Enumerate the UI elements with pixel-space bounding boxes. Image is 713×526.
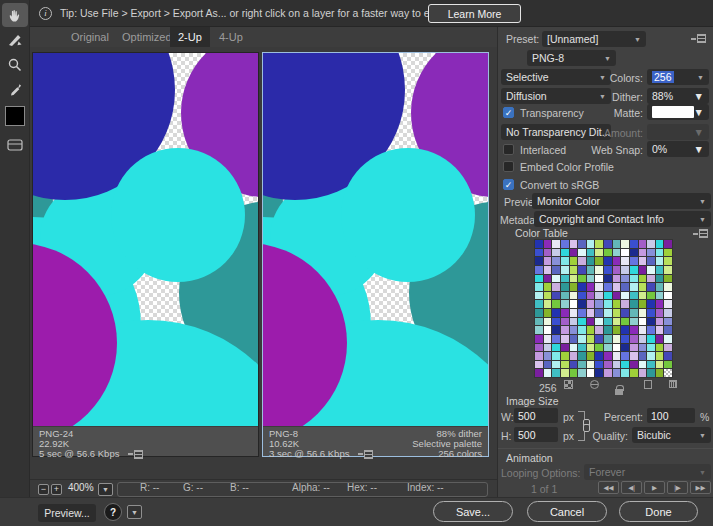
color-swatch[interactable] <box>587 369 595 377</box>
color-swatch[interactable] <box>621 318 629 326</box>
color-swatch[interactable] <box>630 240 638 248</box>
color-swatch[interactable] <box>544 300 552 308</box>
color-swatch[interactable] <box>535 266 543 274</box>
next-frame-button[interactable]: |▶ <box>667 481 688 494</box>
color-swatch[interactable] <box>604 249 612 257</box>
color-swatch[interactable] <box>647 275 655 283</box>
color-swatch[interactable] <box>544 275 552 283</box>
color-swatch[interactable] <box>587 361 595 369</box>
learn-more-button[interactable]: Learn More <box>428 4 521 23</box>
eyedropper-tool[interactable] <box>2 78 28 102</box>
color-swatch[interactable] <box>621 292 629 300</box>
color-swatch[interactable] <box>647 257 655 265</box>
color-swatch[interactable] <box>656 326 664 334</box>
color-swatch[interactable] <box>535 369 543 377</box>
color-swatch[interactable] <box>561 283 569 291</box>
color-swatch[interactable] <box>535 300 543 308</box>
height-field[interactable]: 500 <box>514 427 558 442</box>
color-swatch[interactable] <box>544 335 552 343</box>
color-swatch[interactable] <box>639 257 647 265</box>
color-swatch[interactable] <box>535 344 543 352</box>
embed-color-profile-checkbox[interactable] <box>503 161 514 172</box>
color-swatch[interactable] <box>544 266 552 274</box>
color-swatch[interactable] <box>639 283 647 291</box>
color-swatch[interactable] <box>621 283 629 291</box>
color-swatch[interactable] <box>595 249 603 257</box>
color-swatch[interactable] <box>578 344 586 352</box>
color-swatch[interactable] <box>664 309 672 317</box>
panel-menu-icon[interactable] <box>693 229 708 238</box>
color-swatch[interactable] <box>621 257 629 265</box>
color-swatch[interactable] <box>570 318 578 326</box>
color-swatch[interactable] <box>561 257 569 265</box>
color-swatch[interactable] <box>595 266 603 274</box>
color-swatch[interactable] <box>552 352 560 360</box>
hand-tool[interactable] <box>2 3 28 27</box>
color-swatch[interactable] <box>664 275 672 283</box>
color-swatch[interactable] <box>630 344 638 352</box>
color-swatch[interactable] <box>561 300 569 308</box>
color-swatch[interactable] <box>630 352 638 360</box>
preset-dropdown[interactable]: [Unnamed]▼ <box>542 31 646 47</box>
color-swatch[interactable] <box>552 326 560 334</box>
interlaced-checkbox[interactable] <box>503 144 514 155</box>
color-swatch[interactable] <box>664 335 672 343</box>
color-swatch[interactable] <box>621 335 629 343</box>
color-swatch[interactable] <box>544 283 552 291</box>
color-swatch[interactable] <box>604 335 612 343</box>
color-swatch[interactable] <box>604 240 612 248</box>
color-swatch[interactable] <box>587 309 595 317</box>
color-swatch[interactable] <box>630 326 638 334</box>
color-swatch[interactable] <box>647 369 655 377</box>
color-swatch[interactable] <box>613 283 621 291</box>
color-swatch[interactable] <box>535 361 543 369</box>
color-swatch[interactable] <box>544 326 552 334</box>
color-swatch[interactable] <box>587 326 595 334</box>
color-swatch[interactable] <box>647 352 655 360</box>
color-swatch[interactable] <box>664 344 672 352</box>
color-swatch[interactable] <box>552 309 560 317</box>
color-swatch[interactable] <box>561 292 569 300</box>
color-swatch[interactable] <box>604 266 612 274</box>
color-swatch[interactable] <box>647 283 655 291</box>
color-swatch[interactable] <box>664 266 672 274</box>
color-swatch[interactable] <box>544 240 552 248</box>
color-swatch[interactable] <box>535 318 543 326</box>
color-swatch[interactable] <box>578 292 586 300</box>
color-swatch[interactable] <box>587 318 595 326</box>
color-swatch[interactable] <box>664 292 672 300</box>
color-swatch[interactable] <box>587 249 595 257</box>
color-swatch[interactable] <box>595 309 603 317</box>
color-swatch[interactable] <box>656 335 664 343</box>
color-swatch[interactable] <box>544 249 552 257</box>
preview-in-browser-button[interactable]: Preview... <box>38 504 96 522</box>
color-swatch[interactable] <box>595 361 603 369</box>
color-swatch[interactable] <box>570 326 578 334</box>
color-swatch[interactable] <box>570 266 578 274</box>
color-swatch[interactable] <box>552 344 560 352</box>
matte-swatch[interactable]: ▼ <box>647 104 709 120</box>
color-swatch[interactable] <box>656 300 664 308</box>
color-swatch[interactable] <box>639 266 647 274</box>
map-transparency-icon[interactable] <box>564 380 573 389</box>
panel-menu-icon[interactable] <box>358 450 373 459</box>
color-swatch[interactable] <box>595 318 603 326</box>
eyedropper-color-swatch[interactable] <box>5 106 25 126</box>
color-swatch[interactable] <box>613 326 621 334</box>
color-swatch[interactable] <box>630 283 638 291</box>
transparency-dither-dropdown[interactable]: No Transparency Dit...▼ <box>501 124 611 140</box>
color-swatch[interactable] <box>647 318 655 326</box>
color-swatch[interactable] <box>621 309 629 317</box>
color-swatch[interactable] <box>621 361 629 369</box>
color-swatch[interactable] <box>552 369 560 377</box>
color-swatch[interactable] <box>664 361 672 369</box>
color-swatch[interactable] <box>578 352 586 360</box>
color-swatch[interactable] <box>535 249 543 257</box>
metadata-dropdown[interactable]: Copyright and Contact Info▼ <box>534 211 711 227</box>
color-swatch[interactable] <box>604 361 612 369</box>
color-swatch[interactable] <box>630 257 638 265</box>
color-swatch[interactable] <box>561 240 569 248</box>
color-swatch[interactable] <box>570 283 578 291</box>
color-swatch[interactable] <box>613 352 621 360</box>
color-swatch[interactable] <box>570 275 578 283</box>
